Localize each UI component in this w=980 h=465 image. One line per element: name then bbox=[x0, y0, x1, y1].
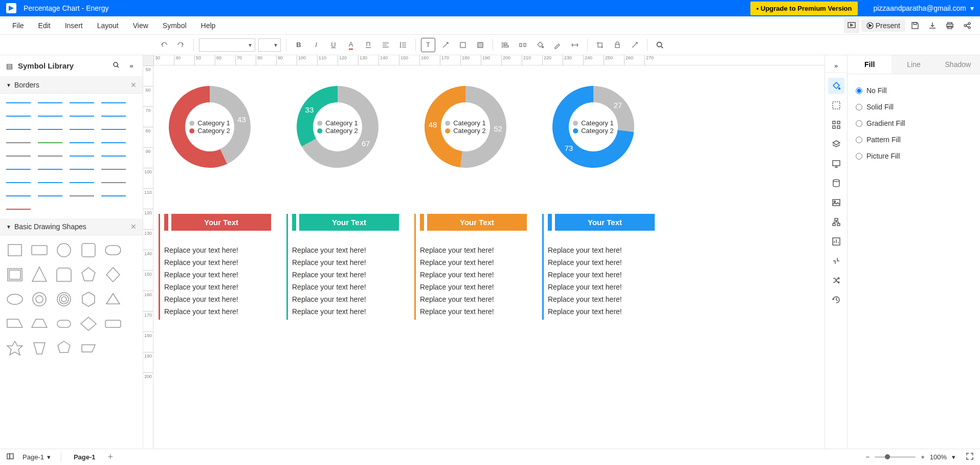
basic-shape[interactable] bbox=[4, 338, 26, 359]
save-icon[interactable] bbox=[907, 18, 923, 33]
basic-shape[interactable] bbox=[78, 338, 99, 359]
zoom-in-button[interactable]: + bbox=[921, 453, 925, 461]
border-shape[interactable] bbox=[36, 111, 64, 121]
border-shape[interactable] bbox=[4, 191, 33, 201]
italic-button[interactable]: I bbox=[309, 38, 323, 52]
border-shape[interactable] bbox=[68, 164, 96, 174]
layers-icon[interactable] bbox=[828, 136, 844, 152]
basic-shape[interactable] bbox=[29, 264, 50, 285]
canvas[interactable]: 43Category 1Category 26733Category 1Cate… bbox=[153, 65, 825, 449]
basic-shape[interactable] bbox=[102, 264, 124, 285]
theme-icon[interactable] bbox=[828, 97, 844, 114]
border-shape[interactable] bbox=[36, 138, 64, 148]
shape-fill-button[interactable] bbox=[473, 38, 487, 52]
bold-button[interactable]: B bbox=[292, 38, 306, 52]
menu-view[interactable]: View bbox=[126, 18, 155, 33]
menu-symbol[interactable]: Symbol bbox=[155, 18, 194, 33]
donut-chart[interactable]: 2773Category 1Category 2 bbox=[542, 76, 655, 178]
highlight-button[interactable] bbox=[361, 38, 375, 52]
crop-button[interactable] bbox=[593, 38, 607, 52]
fill-style-icon[interactable] bbox=[828, 78, 844, 94]
fill-solid-radio[interactable]: Solid Fill bbox=[856, 99, 972, 115]
pages-panel-icon[interactable] bbox=[6, 452, 14, 462]
basic-shape[interactable] bbox=[29, 338, 50, 359]
text-column[interactable]: Your TextReplace your text here!Replace … bbox=[286, 214, 399, 320]
menu-help[interactable]: Help bbox=[194, 18, 223, 33]
border-shape[interactable] bbox=[68, 111, 96, 121]
donut-chart[interactable]: 5248Category 1Category 2 bbox=[414, 76, 527, 178]
close-icon[interactable]: ✕ bbox=[130, 223, 137, 231]
menu-edit[interactable]: Edit bbox=[31, 18, 58, 33]
border-shape[interactable] bbox=[36, 164, 64, 174]
basic-shape[interactable] bbox=[4, 289, 26, 310]
fill-none-radio[interactable]: No Fill bbox=[856, 82, 972, 99]
presentation-icon[interactable] bbox=[828, 156, 844, 172]
border-shape[interactable] bbox=[68, 191, 96, 201]
align-button[interactable] bbox=[378, 38, 393, 52]
basic-shape[interactable] bbox=[4, 313, 26, 335]
zoom-slider[interactable] bbox=[875, 456, 916, 458]
fill-color-button[interactable] bbox=[533, 38, 547, 52]
lock-button[interactable] bbox=[610, 38, 625, 52]
shuffle-icon[interactable] bbox=[828, 272, 844, 289]
underline-button[interactable]: U bbox=[326, 38, 341, 52]
history-icon[interactable] bbox=[828, 292, 844, 308]
align-objects-button[interactable] bbox=[498, 38, 513, 52]
tab-shadow[interactable]: Shadow bbox=[936, 55, 980, 74]
border-shape[interactable] bbox=[36, 178, 64, 188]
border-shape[interactable] bbox=[99, 164, 128, 174]
tab-fill[interactable]: Fill bbox=[848, 55, 892, 74]
connector-icon[interactable] bbox=[828, 253, 844, 269]
border-shape[interactable] bbox=[68, 151, 96, 161]
basic-shape[interactable] bbox=[78, 313, 99, 335]
text-column[interactable]: Your TextReplace your text here!Replace … bbox=[159, 214, 271, 320]
library-search-icon[interactable] bbox=[111, 61, 121, 70]
fill-picture-radio[interactable]: Picture Fill bbox=[856, 148, 972, 164]
shapes-section-header[interactable]: ▼ Basic Drawing Shapes ✕ bbox=[0, 218, 143, 235]
basic-shape[interactable] bbox=[53, 239, 75, 261]
grid-icon[interactable] bbox=[828, 117, 844, 133]
font-size-select[interactable]: ▾ bbox=[258, 38, 281, 52]
donut-chart[interactable]: 6733Category 1Category 2 bbox=[286, 76, 399, 178]
basic-shape[interactable] bbox=[53, 338, 75, 359]
hierarchy-icon[interactable] bbox=[828, 214, 844, 230]
line-spacing-button[interactable] bbox=[396, 38, 410, 52]
menu-file[interactable]: File bbox=[5, 18, 31, 33]
basic-shape[interactable] bbox=[4, 239, 26, 261]
undo-button[interactable] bbox=[157, 38, 171, 52]
borders-section-header[interactable]: ▼ Borders ✕ bbox=[0, 77, 143, 94]
data-icon[interactable] bbox=[828, 175, 844, 191]
border-shape[interactable] bbox=[4, 151, 33, 161]
border-shape[interactable] bbox=[68, 178, 96, 188]
distribute-button[interactable] bbox=[516, 38, 530, 52]
tools-button[interactable] bbox=[628, 38, 642, 52]
border-shape[interactable] bbox=[4, 124, 33, 135]
fill-pattern-radio[interactable]: Pattern Fill bbox=[856, 131, 972, 148]
border-shape[interactable] bbox=[36, 191, 64, 201]
panel-collapse-icon[interactable]: » bbox=[825, 59, 847, 73]
basic-shape[interactable] bbox=[29, 289, 50, 310]
print-icon[interactable] bbox=[942, 18, 957, 33]
border-shape[interactable] bbox=[36, 151, 64, 161]
eyedropper-button[interactable] bbox=[550, 38, 565, 52]
shape-outline-button[interactable] bbox=[456, 38, 470, 52]
tab-line[interactable]: Line bbox=[892, 55, 936, 74]
basic-shape[interactable] bbox=[78, 264, 99, 285]
basic-shape[interactable] bbox=[4, 264, 26, 285]
zoom-out-button[interactable]: − bbox=[866, 453, 870, 461]
basic-shape[interactable] bbox=[53, 313, 75, 335]
border-shape[interactable] bbox=[4, 98, 33, 108]
border-shape[interactable] bbox=[68, 98, 96, 108]
border-shape[interactable] bbox=[99, 151, 128, 161]
slideshow-icon[interactable] bbox=[844, 18, 859, 33]
border-shape[interactable] bbox=[99, 111, 128, 121]
basic-shape[interactable] bbox=[102, 313, 124, 335]
menu-insert[interactable]: Insert bbox=[58, 18, 90, 33]
fullscreen-icon[interactable] bbox=[966, 452, 974, 462]
text-column[interactable]: Your TextReplace your text here!Replace … bbox=[414, 214, 527, 320]
basic-shape[interactable] bbox=[53, 289, 75, 310]
spacing-button[interactable] bbox=[568, 38, 582, 52]
upgrade-button[interactable]: • Upgrade to Premium Version bbox=[750, 2, 858, 15]
menu-layout[interactable]: Layout bbox=[90, 18, 126, 33]
basic-shape[interactable] bbox=[29, 239, 50, 261]
